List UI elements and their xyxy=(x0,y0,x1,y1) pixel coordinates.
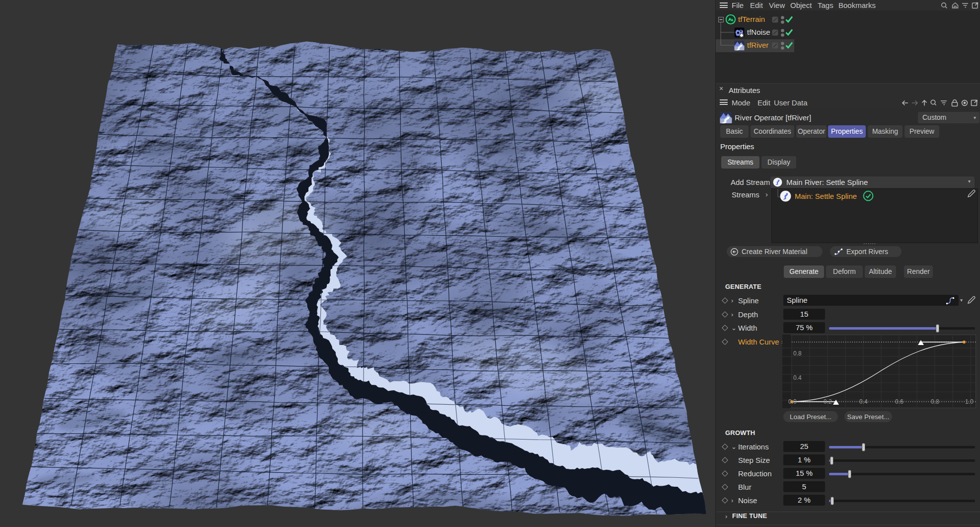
svg-text:0.2: 0.2 xyxy=(824,398,832,405)
svg-text:0.4: 0.4 xyxy=(793,374,802,381)
svg-text:0.0: 0.0 xyxy=(788,398,797,405)
svg-text:0.6: 0.6 xyxy=(895,398,904,405)
svg-text:1.0: 1.0 xyxy=(965,398,974,405)
svg-text:0.8: 0.8 xyxy=(931,398,939,405)
svg-text:0.8: 0.8 xyxy=(793,350,802,357)
svg-text:0.4: 0.4 xyxy=(859,398,868,405)
